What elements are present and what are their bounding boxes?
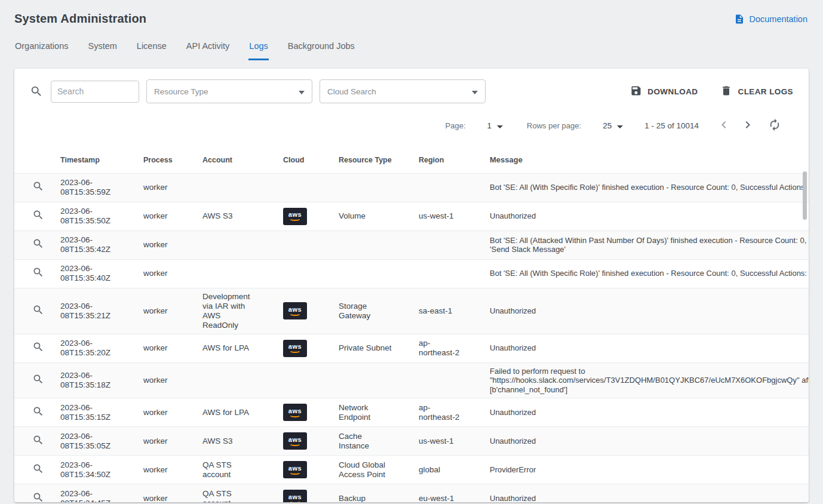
row-inspect-magnifier-icon[interactable] — [32, 463, 44, 475]
log-process: worker — [143, 437, 168, 445]
vertical-scrollbar-thumb[interactable] — [803, 171, 807, 220]
tab-logs[interactable]: Logs — [248, 41, 268, 60]
log-timestamp: 2023-06-08T15:35:05Z — [60, 432, 110, 450]
log-message: Unauthorized — [490, 343, 536, 352]
search-input[interactable] — [51, 81, 139, 103]
log-account: Development via IAR with AWS ReadOnly — [202, 292, 250, 330]
tab-license[interactable]: License — [136, 41, 167, 60]
logs-panel: Resource Type Cloud Search DOWNLOAD — [14, 69, 809, 502]
search-icon — [30, 85, 43, 98]
next-page-button[interactable] — [741, 118, 755, 134]
aws-cloud-badge: aws — [283, 302, 307, 319]
log-message: Unauthorized — [490, 211, 536, 220]
log-table-row: 2023-06-08T15:35:50Z worker AWS S3 aws V… — [14, 202, 809, 231]
save-icon — [630, 85, 642, 99]
log-process: worker — [143, 306, 168, 315]
logs-table: Timestamp Process Account Cloud Resource… — [14, 140, 809, 502]
log-table-row: 2023-06-08T15:35:59Z worker Bot 'SE: All… — [14, 173, 809, 202]
log-region: us-west-1 — [419, 437, 454, 445]
rows-per-page-value: 25 — [603, 121, 612, 130]
rows-per-page-select[interactable]: 25 — [603, 121, 623, 130]
clear-logs-button[interactable]: CLEAR LOGS — [720, 85, 793, 99]
log-timestamp: 2023-06-08T15:35:59Z — [60, 178, 110, 196]
log-process: worker — [143, 240, 168, 249]
header-account: Account — [202, 140, 283, 173]
log-message: ProviderError — [490, 465, 536, 474]
row-inspect-magnifier-icon[interactable] — [32, 209, 44, 221]
download-button[interactable]: DOWNLOAD — [630, 85, 698, 99]
rows-per-page-label: Rows per page: — [527, 121, 581, 130]
caret-down-icon — [299, 87, 305, 96]
log-account: AWS for LPA — [202, 343, 249, 352]
log-timestamp: 2023-06-08T15:35:50Z — [60, 207, 110, 225]
system-administration-page: System Administration Documentation Orga… — [0, 0, 823, 502]
log-process: worker — [143, 376, 168, 385]
tab-bar: Organizations System License API Activit… — [0, 26, 823, 60]
row-inspect-magnifier-icon[interactable] — [32, 434, 44, 446]
row-inspect-magnifier-icon[interactable] — [32, 405, 44, 417]
log-timestamp: 2023-06-08T15:35:42Z — [60, 235, 110, 254]
clear-logs-label: CLEAR LOGS — [738, 87, 793, 96]
tab-api-activity[interactable]: API Activity — [186, 41, 231, 60]
previous-page-button[interactable] — [717, 118, 731, 134]
aws-smile-arc — [289, 441, 301, 446]
log-resource-type: Storage Gateway — [339, 302, 370, 320]
log-message: Bot 'SE: All (With Specific Role)' finis… — [490, 183, 809, 192]
resource-type-select[interactable]: Resource Type — [146, 79, 312, 103]
log-table-row: 2023-06-08T15:34:50Z worker QA STS accou… — [14, 456, 809, 484]
log-table-row: 2023-06-08T15:35:21Z worker Development … — [14, 288, 809, 334]
log-table-row: 2023-06-08T15:35:05Z worker AWS S3 aws C… — [14, 427, 809, 456]
log-account: QA STS account — [202, 489, 232, 502]
log-account: QA STS account — [202, 460, 232, 479]
log-region: ap-northeast-2 — [419, 403, 459, 422]
log-resource-type: Volume — [339, 211, 366, 220]
log-region: us-west-1 — [419, 211, 454, 220]
documentation-link[interactable]: Documentation — [734, 14, 807, 24]
log-message: Bot 'SE: All (With Specific Role)' finis… — [490, 269, 809, 278]
tab-background-jobs[interactable]: Background Jobs — [287, 41, 355, 60]
aws-smile-arc — [289, 348, 301, 353]
log-table-body: 2023-06-08T15:35:59Z worker Bot 'SE: All… — [14, 173, 809, 502]
row-inspect-magnifier-icon[interactable] — [32, 491, 44, 502]
aws-smile-arc — [289, 311, 301, 316]
row-inspect-magnifier-icon[interactable] — [32, 266, 44, 278]
aws-cloud-badge: aws — [283, 208, 307, 225]
row-inspect-magnifier-icon[interactable] — [32, 304, 44, 316]
refresh-button[interactable] — [768, 118, 781, 133]
page-select[interactable]: 1 — [487, 121, 503, 130]
log-message: Failed to perform request to "https://ho… — [490, 367, 809, 394]
tab-system[interactable]: System — [87, 41, 117, 60]
tab-organizations[interactable]: Organizations — [14, 41, 69, 60]
aws-smile-arc — [289, 216, 301, 221]
log-message: Unauthorized — [490, 437, 536, 445]
aws-cloud-badge: aws — [283, 490, 307, 502]
table-header-row: Timestamp Process Account Cloud Resource… — [14, 140, 809, 173]
download-label: DOWNLOAD — [647, 87, 698, 96]
header-timestamp: Timestamp — [60, 140, 143, 173]
log-resource-type: Cloud Global Access Point — [339, 460, 385, 479]
cloud-search-select[interactable]: Cloud Search — [320, 79, 486, 103]
log-process: worker — [143, 183, 168, 192]
caret-down-icon — [497, 121, 503, 130]
row-inspect-magnifier-icon[interactable] — [32, 180, 44, 192]
log-process: worker — [143, 465, 168, 474]
log-process: worker — [143, 269, 168, 278]
documentation-label: Documentation — [749, 14, 807, 24]
trash-icon — [720, 85, 732, 99]
log-timestamp: 2023-06-08T15:35:15Z — [60, 403, 110, 422]
aws-cloud-badge: aws — [283, 404, 307, 421]
row-inspect-magnifier-icon[interactable] — [32, 373, 44, 385]
logs-toolbar: Resource Type Cloud Search DOWNLOAD — [14, 69, 809, 110]
log-resource-type: Cache Instance — [339, 432, 369, 450]
log-region: global — [419, 465, 440, 474]
row-inspect-magnifier-icon[interactable] — [32, 238, 44, 250]
aws-smile-arc — [289, 499, 301, 502]
aws-cloud-badge: aws — [283, 432, 307, 450]
log-resource-type: Backup — [339, 494, 366, 502]
header-region: Region — [419, 140, 490, 173]
log-timestamp: 2023-06-08T15:35:40Z — [60, 264, 110, 282]
document-icon — [734, 14, 745, 24]
row-inspect-magnifier-icon[interactable] — [32, 341, 44, 353]
log-timestamp: 2023-06-08T15:35:21Z — [60, 302, 110, 320]
log-region: eu-west-1 — [419, 494, 454, 502]
